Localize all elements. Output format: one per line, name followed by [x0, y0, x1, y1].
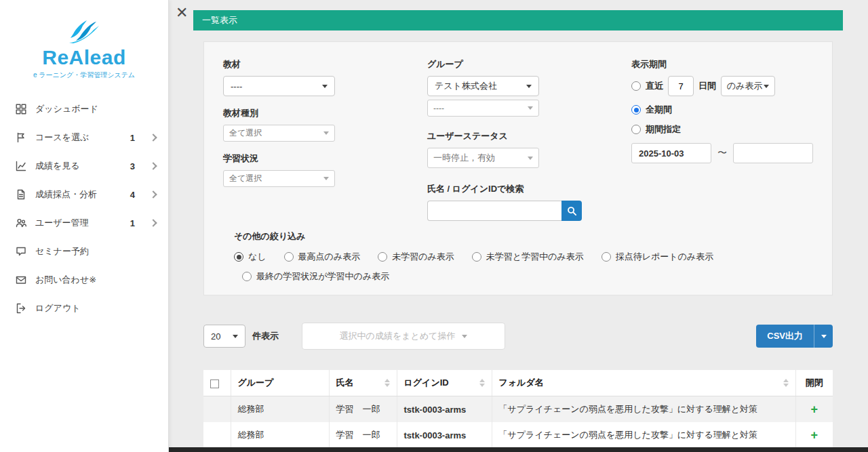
- radio-icon: [284, 252, 294, 262]
- cell-login-id: tstk-0003-arms: [397, 396, 492, 423]
- filter-option-label: なし: [248, 251, 267, 263]
- group-sub-select-value: ----: [433, 104, 444, 113]
- material-type-select[interactable]: 全て選択: [223, 125, 335, 142]
- sidebar-item-label: ユーザー管理: [35, 217, 89, 229]
- caret-down-icon: [323, 177, 329, 180]
- sidebar-item-grades[interactable]: 成績を見る 3: [0, 152, 168, 180]
- sidebar-item-scoring-analysis[interactable]: 成績採点・分析 4: [0, 180, 168, 209]
- results-toolbar: 20 件表示 選択中の成績をまとめて操作 CSV出力: [203, 323, 833, 350]
- filter-option-not-studied[interactable]: 未学習のみ表示: [378, 251, 454, 263]
- other-filters: その他の絞り込み なし 最高点のみ表示 未学習のみ表示: [223, 230, 813, 283]
- mail-icon: [15, 274, 26, 286]
- chevron-right-icon: [149, 190, 157, 198]
- chart-icon: [15, 161, 26, 172]
- sidebar-item-seminar[interactable]: セミナー予約: [0, 237, 168, 266]
- search-button[interactable]: [561, 201, 582, 221]
- group-label: グループ: [427, 58, 631, 70]
- period-specify-radio[interactable]: [631, 125, 641, 134]
- logo: ReAlead e ラーニング・学習管理システム: [0, 0, 168, 85]
- recent-radio[interactable]: [631, 81, 641, 91]
- logo-title: ReAlead: [7, 46, 161, 69]
- realead-logo-icon: [66, 18, 102, 45]
- sidebar: ReAlead e ラーニング・学習管理システム ダッシュボード コースを選ぶ …: [0, 0, 169, 452]
- filter-option-not-studied-and-in-progress[interactable]: 未学習と学習中のみ表示: [472, 251, 584, 263]
- column-header-label: グループ: [238, 377, 274, 388]
- sidebar-item-label: 成績採点・分析: [35, 188, 97, 201]
- expand-row-icon[interactable]: +: [810, 403, 818, 416]
- csv-export-split-button: CSV出力: [756, 325, 833, 348]
- expand-row-icon[interactable]: +: [810, 428, 818, 442]
- cell-folder: 「サプライチェーンの弱点を悪用した攻撃」に対する理解と対策: [492, 422, 795, 448]
- date-to-input[interactable]: [733, 143, 813, 163]
- group-select-value: テスト株式会社: [435, 80, 497, 92]
- only-show-select-value: のみ表示: [727, 80, 763, 92]
- sidebar-item-label: お問い合わせ※: [35, 274, 96, 286]
- sort-icon[interactable]: [783, 379, 789, 387]
- sidebar-item-contact[interactable]: お問い合わせ※: [0, 266, 168, 294]
- column-header-open: 開閉: [795, 370, 833, 396]
- caret-down-icon: [528, 106, 533, 110]
- radio-icon: [472, 252, 481, 262]
- per-page-label: 件表示: [252, 330, 279, 342]
- column-header-folder[interactable]: フォルダ名: [492, 370, 795, 396]
- csv-export-button[interactable]: CSV出力: [756, 325, 814, 348]
- sidebar-item-count: 4: [130, 190, 135, 200]
- learning-status-select[interactable]: 全て選択: [223, 170, 335, 187]
- radio-icon: [601, 252, 611, 262]
- close-icon[interactable]: ✕: [176, 5, 188, 20]
- user-status-select[interactable]: 一時停止，有効: [427, 148, 539, 168]
- period-label: 表示期間: [631, 58, 813, 70]
- filter-option-last-status-in-progress[interactable]: 最終の学習状況が学習中のみ表示: [242, 270, 389, 283]
- caret-down-icon: [322, 85, 328, 88]
- filter-option-none[interactable]: なし: [234, 251, 267, 263]
- filter-option-label: 未学習と学習中のみ表示: [486, 251, 584, 263]
- main-content: ✕ 一覧表示 教材 ---- 教材種別 全て選択: [169, 0, 868, 452]
- group-sub-select[interactable]: ----: [427, 100, 539, 117]
- csv-export-dropdown-button[interactable]: [814, 325, 833, 348]
- chevron-right-icon: [149, 162, 157, 169]
- filter-option-highest-only[interactable]: 最高点のみ表示: [284, 251, 361, 263]
- caret-down-icon: [764, 85, 769, 88]
- user-status-select-value: 一時停止，有効: [433, 152, 495, 164]
- filter-option-awaiting-grading[interactable]: 採点待レポートのみ表示: [601, 251, 714, 263]
- caret-down-icon: [821, 335, 827, 338]
- caret-down-icon: [323, 131, 329, 135]
- column-header-label: ログインID: [404, 377, 449, 389]
- filter-option-label: 最高点のみ表示: [298, 251, 361, 263]
- column-header-login-id[interactable]: ログインID: [397, 370, 492, 396]
- date-from-input[interactable]: [631, 143, 711, 163]
- sidebar-item-logout[interactable]: ログアウト: [0, 294, 168, 323]
- sidebar-item-courses[interactable]: コースを選ぶ 1: [0, 123, 168, 152]
- page-size-select[interactable]: 20: [203, 325, 245, 348]
- sidebar-item-label: セミナー予約: [35, 245, 89, 258]
- sidebar-item-label: コースを選ぶ: [35, 131, 89, 144]
- sort-icon[interactable]: [384, 379, 390, 387]
- column-header-name[interactable]: 氏名: [329, 370, 397, 396]
- tilde-separator: 〜: [717, 147, 727, 159]
- sort-icon[interactable]: [479, 379, 485, 387]
- caret-down-icon: [462, 335, 467, 338]
- page-size-value: 20: [211, 331, 220, 342]
- material-select[interactable]: ----: [223, 76, 335, 96]
- sidebar-item-label: 成績を見る: [35, 160, 80, 172]
- column-header-group[interactable]: グループ: [231, 370, 329, 396]
- only-show-select[interactable]: のみ表示: [721, 76, 775, 96]
- name-login-search-input[interactable]: [427, 201, 561, 221]
- bulk-action-select[interactable]: 選択中の成績をまとめて操作: [302, 323, 505, 350]
- caret-down-icon: [233, 335, 238, 338]
- select-all-checkbox[interactable]: [210, 379, 219, 388]
- all-period-radio[interactable]: [631, 105, 641, 115]
- group-select[interactable]: テスト株式会社: [427, 76, 539, 96]
- sidebar-item-user-management[interactable]: ユーザー管理 1: [0, 209, 168, 237]
- radio-icon: [378, 252, 387, 262]
- recent-days-input[interactable]: [668, 76, 694, 96]
- sidebar-item-label: ログアウト: [35, 302, 81, 314]
- recent-label: 直近: [646, 80, 663, 92]
- table-row: 総務部 学習 一郎 tstk-0003-arms 「サプライチェーンの弱点を悪用…: [203, 422, 833, 448]
- learning-status-label: 学習状況: [223, 152, 427, 165]
- sidebar-item-dashboard[interactable]: ダッシュボード: [0, 95, 168, 123]
- flag-icon: [15, 132, 26, 144]
- caret-down-icon: [526, 85, 532, 88]
- other-filter-label: その他の絞り込み: [234, 230, 813, 243]
- chevron-right-icon: [149, 219, 157, 226]
